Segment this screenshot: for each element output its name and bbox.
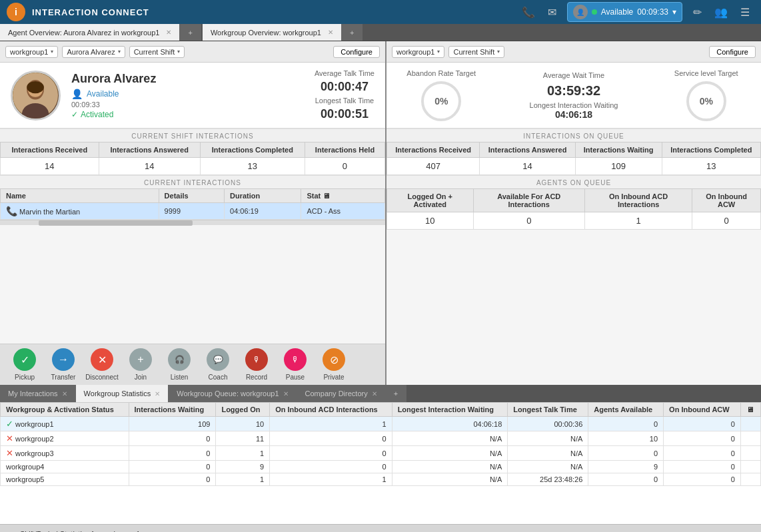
tab-agent-close[interactable]: ✕ (166, 29, 171, 36)
pickup-button[interactable]: ✓ Pickup (7, 348, 43, 381)
shift-section-label: CURRENT SHIFT INTERACTIONS (0, 129, 385, 142)
tab-agent-overview[interactable]: Agent Overview: Aurora Alvarez in workgr… (0, 24, 180, 41)
tab-workgroup-statistics[interactable]: Workgroup Statistics ✕ (76, 385, 169, 402)
private-icon: ⊘ (323, 348, 345, 371)
wg-table-row[interactable]: ✕ workgroup2 0 11 0 N/A N/A 10 0 (1, 431, 761, 446)
bottom-section: My Interactions ✕ Workgroup Statistics ✕… (0, 385, 761, 532)
wg-longest-talk: N/A (508, 446, 588, 461)
tab-workgroup-close[interactable]: ✕ (328, 29, 333, 36)
email-icon[interactable]: ✉ (543, 3, 562, 21)
join-button[interactable]: + Join (123, 348, 159, 381)
check-icon: ✓ (71, 110, 78, 119)
q-col-answered: Interactions Answered (480, 142, 575, 158)
action-bar: ✓ Pickup → Transfer ✕ Disconnect + Join … (0, 344, 385, 385)
wg-table-row[interactable]: ✕ workgroup3 0 1 0 N/A N/A 0 0 (1, 446, 761, 461)
period-dropdown[interactable]: Current Shift ▾ (129, 46, 185, 58)
tab-wq-close[interactable]: ✕ (283, 390, 289, 398)
right-toolbar: workgroup1 ▾ Current Shift ▾ Configure (386, 41, 761, 63)
tab-company-directory[interactable]: Company Directory ✕ (297, 385, 386, 402)
tab-my-interactions[interactable]: My Interactions ✕ (0, 385, 76, 402)
coach-button[interactable]: 💬 Coach (200, 348, 236, 381)
wg-name: workgroup5 (1, 473, 129, 486)
chevron-down-icon: ▾ (51, 49, 53, 55)
right-configure-button[interactable]: Configure (709, 46, 756, 58)
pause-button[interactable]: 🎙 Pause (277, 348, 313, 381)
interaction-row[interactable]: 📞 Marvin the Martian 9999 04:06:19 ACD -… (1, 203, 385, 220)
panels-area: workgroup1 ▾ Aurora Alvarez ▾ Current Sh… (0, 41, 761, 385)
tab-add-panel[interactable]: + (180, 24, 201, 41)
phone-icon[interactable]: 📞 (519, 3, 538, 21)
tab-cd-close[interactable]: ✕ (372, 390, 377, 398)
workgroup-dropdown[interactable]: workgroup1 ▾ (5, 46, 58, 58)
wg-table-row[interactable]: ✓ workgroup1 109 10 1 04:06:18 00:00:36 … (1, 417, 761, 431)
transfer-button[interactable]: → Transfer (45, 348, 81, 381)
record-button[interactable]: 🎙 Record (239, 348, 275, 381)
queue-section-label: INTERACTIONS ON QUEUE (386, 129, 761, 142)
wg-longest-waiting: N/A (392, 473, 508, 486)
wg-acw: 0 (664, 446, 741, 461)
agent-status-label: Available (87, 89, 119, 99)
status-dot (592, 9, 597, 15)
footer-label: Shift/Period Statistics for workgroup1 (20, 530, 140, 533)
listen-icon: 🎧 (168, 348, 191, 371)
a-col-available: Available For ACD Interactions (473, 189, 584, 212)
footer-bar[interactable]: ▲ Shift/Period Statistics for workgroup1 (0, 524, 761, 532)
available-icon: 👤 (71, 89, 83, 99)
status-x-icon: ✕ (6, 433, 13, 443)
wg-logged: 9 (216, 461, 270, 473)
wg-col-icon: 🖥 (740, 403, 760, 417)
wg-available: 9 (588, 461, 664, 473)
edit-icon[interactable]: ✏ (688, 3, 706, 21)
right-panel: workgroup1 ▾ Current Shift ▾ Configure A… (386, 41, 761, 385)
private-button[interactable]: ⊘ Private (316, 348, 352, 381)
tab-workgroup-label: Workgroup Overview: workgroup1 (211, 29, 321, 37)
a-col-inbound: On Inbound ACD Interactions (584, 189, 692, 212)
wg-col-name: Workgroup & Activation Status (1, 403, 129, 417)
wg-acw: 0 (664, 473, 741, 486)
wg-col-acd: On Inbound ACD Interactions (270, 403, 392, 417)
q-val-answered: 14 (480, 158, 575, 175)
menu-icon[interactable]: ☰ (736, 3, 754, 21)
left-toolbar: workgroup1 ▾ Aurora Alvarez ▾ Current Sh… (0, 41, 385, 63)
listen-button[interactable]: 🎧 Listen (161, 348, 197, 381)
tab-wg-close[interactable]: ✕ (155, 390, 160, 398)
service-level-block: Service level Target 0% (662, 69, 751, 121)
coach-icon: 💬 (207, 348, 229, 371)
chevron-down-icon-2: ▾ (118, 49, 121, 55)
wg-waiting: 0 (129, 446, 216, 461)
wg-name: ✓ workgroup1 (1, 417, 129, 431)
bottom-content: Workgroup & Activation Status Interactio… (0, 402, 761, 524)
tab-cd-label: Company Directory (305, 390, 368, 398)
wg-longest-waiting: 04:06:18 (392, 417, 508, 431)
col-answered: Interactions Answered (99, 142, 200, 158)
col-held: Interactions Held (305, 142, 384, 158)
disconnect-button[interactable]: ✕ Disconnect (84, 348, 120, 381)
status-button[interactable]: 👤 Available 00:09:33 ▾ (567, 2, 682, 22)
tab-workgroup-overview[interactable]: Workgroup Overview: workgroup1 ✕ (203, 24, 342, 41)
right-period-dropdown[interactable]: Current Shift ▾ (448, 46, 504, 58)
users-icon[interactable]: 👥 (712, 3, 730, 21)
wg-acw: 0 (664, 417, 741, 431)
wg-table-row[interactable]: workgroup5 0 1 1 N/A 25d 23:48:26 0 0 (1, 473, 761, 486)
wg-logged: 11 (216, 431, 270, 446)
col-received: Interactions Received (1, 142, 99, 158)
wg-extra (740, 417, 760, 431)
call-icon: 📞 (6, 206, 17, 216)
a-col-loggedon: Logged On + Activated (387, 189, 474, 212)
configure-button[interactable]: Configure (333, 46, 380, 58)
shift-stats-table: Interactions Received Interactions Answe… (0, 142, 385, 175)
agent-name: Aurora Alvarez (71, 72, 304, 86)
tab-add-bottom[interactable]: + (386, 385, 406, 402)
wg-acd: 0 (270, 431, 392, 446)
wg-waiting: 109 (129, 417, 216, 431)
agent-dropdown[interactable]: Aurora Alvarez ▾ (62, 46, 125, 58)
tab-workgroup-queue[interactable]: Workgroup Queue: workgroup1 ✕ (169, 385, 297, 402)
wg-logged: 1 (216, 473, 270, 486)
q-val-completed: 13 (662, 158, 760, 175)
tab-add-right[interactable]: + (342, 24, 363, 41)
wg-acw: 0 (664, 461, 741, 473)
service-level-value: 0% (686, 81, 726, 121)
wg-table-row[interactable]: workgroup4 0 9 0 N/A N/A 9 0 (1, 461, 761, 473)
tab-my-close[interactable]: ✕ (62, 390, 67, 398)
right-workgroup-dropdown[interactable]: workgroup1 ▾ (392, 46, 444, 58)
